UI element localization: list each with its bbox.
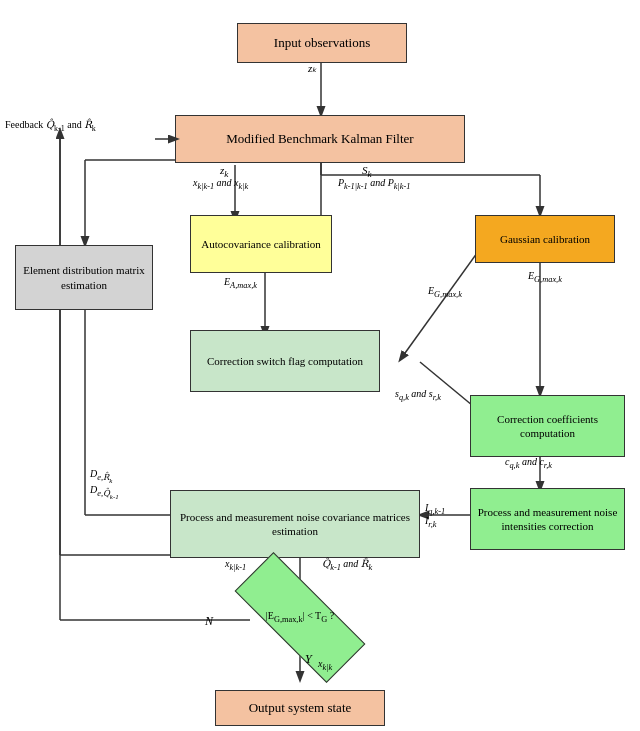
condition-diamond: |EG,max,k| < TG ? (235, 590, 365, 645)
kalman-label: Modified Benchmark Kalman Filter (226, 131, 413, 148)
iq-label: Iq,k-1 (425, 502, 445, 516)
switch-flag-box: Correction switch flag computation (190, 330, 380, 392)
de-qhat-label: De,Q̂k-1 (90, 484, 119, 501)
de-rhat-label: De,R̂k (90, 468, 112, 485)
gaussian-label: Gaussian calibration (500, 232, 590, 246)
elem-dist-label: Element distribution matrix estimation (22, 263, 146, 292)
qhat-rhat-label: Q̂k-1 and R̂k (322, 558, 372, 572)
elem-dist-box: Element distribution matrix estimation (15, 245, 153, 310)
gaussian-box: Gaussian calibration (475, 215, 615, 263)
autocov-box: Autocovariance calibration (190, 215, 332, 273)
corr-coeff-box: Correction coefficients computation (470, 395, 625, 457)
output-box: Output system state (215, 690, 385, 726)
input-obs-label: Input observations (274, 35, 370, 52)
zk-label: zₖ (308, 62, 317, 75)
xkk-y-label: xk|k (318, 658, 332, 672)
eg-label2: EG,max,k (528, 270, 562, 284)
diamond-text: |EG,max,k| < TG ? (264, 607, 336, 628)
eg-label1: EG,max,k (428, 285, 462, 299)
proc-meas-corr-box: Process and measurement noise intensitie… (470, 488, 625, 550)
n-label: N (205, 614, 213, 629)
y-label: Y (305, 652, 312, 667)
proc-meas-corr-label: Process and measurement noise intensitie… (477, 505, 618, 534)
proc-meas-est-box: Process and measurement noise covariance… (170, 490, 420, 558)
proc-meas-est-label: Process and measurement noise covariance… (177, 510, 413, 539)
switch-flag-label: Correction switch flag computation (207, 354, 363, 368)
pk-label: Pk-1|k-1 and Pk|k-1 (338, 177, 410, 191)
xkk1-label: xk|k-1 and xk|k (193, 177, 248, 191)
kalman-filter-box: Modified Benchmark Kalman Filter (175, 115, 465, 163)
ir-label: Ir,k (425, 515, 436, 529)
output-label: Output system state (249, 700, 352, 717)
ea-label: EA,max,k (224, 276, 257, 290)
sq-sr-label: sq,k and sr,k (395, 388, 441, 402)
xkk1-bottom-label: xk|k-1 (225, 558, 246, 572)
autocov-label: Autocovariance calibration (201, 237, 320, 251)
feedback-label: Feedback Q̂k-1 and R̂k (5, 118, 96, 134)
corr-coeff-label: Correction coefficients computation (477, 412, 618, 441)
input-observations-box: Input observations (237, 23, 407, 63)
diagram-container: Input observations zₖ Modified Benchmark… (0, 0, 640, 731)
cq-cr-label: cq,k and cr,k (505, 456, 552, 470)
